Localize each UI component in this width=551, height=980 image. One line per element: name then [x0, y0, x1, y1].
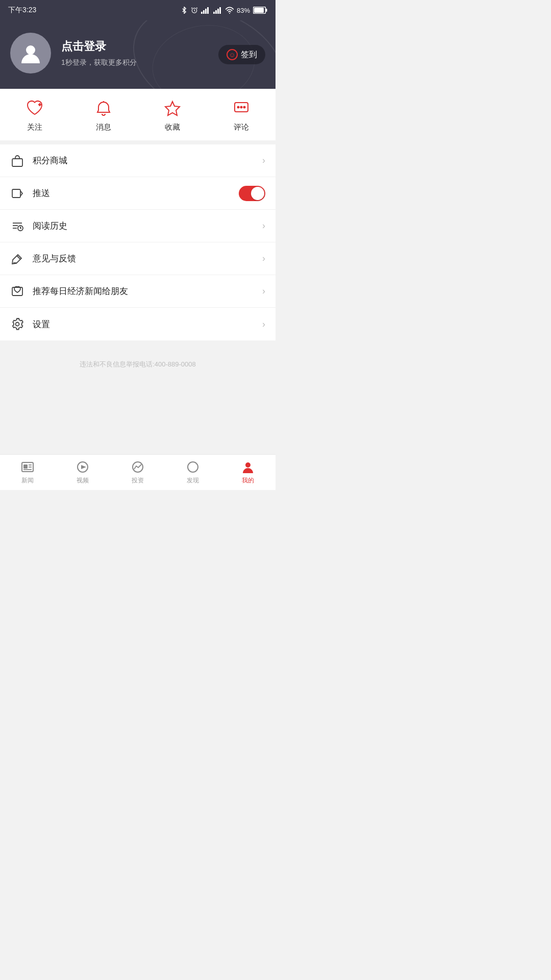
svg-point-15	[26, 45, 35, 55]
svg-marker-43	[191, 465, 195, 469]
signal-icon-1	[201, 7, 210, 14]
collect-label: 收藏	[165, 122, 180, 132]
recommend-label: 推荐每日经济新闻给朋友	[33, 285, 262, 297]
history-label: 阅读历史	[33, 220, 262, 232]
svg-rect-6	[207, 7, 209, 14]
svg-rect-32	[12, 287, 22, 296]
svg-point-33	[16, 323, 19, 326]
svg-marker-19	[165, 102, 180, 115]
status-bar: 下午3:23 83%	[0, 0, 276, 20]
svg-rect-25	[12, 189, 20, 198]
invest-label: 投资	[132, 476, 144, 485]
settings-label: 设置	[33, 318, 262, 330]
menu-item-recommend[interactable]: 推荐每日经济新闻给朋友 ›	[0, 275, 276, 308]
mine-label: 我的	[242, 476, 254, 485]
discover-label: 发现	[187, 476, 199, 485]
gear-icon	[10, 317, 24, 331]
svg-rect-8	[215, 10, 217, 14]
points-mall-label: 积分商城	[33, 155, 262, 166]
svg-point-11	[229, 13, 230, 14]
heart-share-icon	[10, 284, 24, 299]
menu-item-settings[interactable]: 设置 ›	[0, 308, 276, 340]
main-scroll: 点击登录 1秒登录，获取更多积分 ☺ 签到 关注	[0, 20, 276, 454]
nav-news[interactable]: 新闻	[0, 455, 55, 490]
svg-rect-4	[203, 10, 205, 14]
svg-line-1	[191, 8, 192, 9]
svg-rect-9	[217, 9, 219, 14]
feedback-label: 意见与反馈	[33, 253, 262, 264]
svg-line-2	[196, 8, 197, 9]
follow-label: 关注	[27, 122, 42, 132]
edit-icon	[10, 252, 24, 266]
svg-point-21	[237, 107, 239, 108]
status-time: 下午3:23	[8, 6, 36, 15]
profile-header[interactable]: 点击登录 1秒登录，获取更多积分 ☺ 签到	[0, 20, 276, 89]
checkin-label: 签到	[241, 50, 257, 60]
video-icon	[76, 460, 90, 474]
news-icon	[20, 460, 35, 474]
push-toggle[interactable]	[239, 186, 265, 201]
settings-right: ›	[262, 319, 265, 330]
follow-icon	[26, 99, 44, 117]
svg-marker-40	[81, 465, 86, 469]
avatar[interactable]	[10, 33, 51, 74]
svg-rect-14	[254, 8, 264, 13]
menu-item-feedback[interactable]: 意见与反馈 ›	[0, 242, 276, 275]
svg-rect-3	[201, 12, 203, 14]
menu-item-history[interactable]: 阅读历史 ›	[0, 210, 276, 242]
chevron-icon-3: ›	[262, 253, 265, 264]
nav-invest[interactable]: 投资	[110, 455, 165, 490]
svg-rect-13	[266, 9, 267, 12]
quick-action-follow[interactable]: 关注	[0, 99, 69, 132]
bluetooth-icon	[181, 7, 188, 14]
discover-icon	[186, 460, 200, 474]
quick-action-collect[interactable]: 收藏	[138, 99, 207, 132]
checkin-icon: ☺	[227, 49, 238, 60]
svg-rect-35	[23, 464, 28, 469]
svg-point-23	[243, 107, 245, 108]
star-icon	[163, 99, 182, 117]
push-right	[239, 186, 265, 201]
invest-icon	[131, 460, 145, 474]
svg-point-44	[245, 462, 251, 468]
menu-item-push[interactable]: 推送	[0, 177, 276, 210]
push-label: 推送	[33, 187, 239, 199]
bottom-nav: 新闻 视频 投资 发现	[0, 454, 276, 490]
nav-video[interactable]: 视频	[55, 455, 110, 490]
comment-icon	[232, 99, 251, 117]
svg-rect-7	[213, 12, 215, 14]
nav-discover[interactable]: 发现	[165, 455, 220, 490]
status-right: 83%	[181, 7, 267, 14]
nav-mine[interactable]: 我的	[220, 455, 276, 490]
history-icon	[10, 219, 24, 233]
svg-point-42	[188, 462, 198, 472]
chevron-icon-5: ›	[262, 319, 265, 330]
svg-point-22	[240, 107, 242, 108]
quick-action-comment[interactable]: 评论	[207, 99, 276, 132]
checkin-button[interactable]: ☺ 签到	[218, 45, 265, 64]
video-label: 视频	[77, 476, 89, 485]
menu-list: 积分商城 › 推送	[0, 144, 276, 340]
bag-icon	[10, 154, 24, 168]
footer-text: 违法和不良信息举报电话:400-889-0008	[80, 360, 196, 368]
push-icon	[10, 186, 24, 201]
mine-icon	[241, 460, 255, 474]
menu-item-points-mall[interactable]: 积分商城 ›	[0, 144, 276, 177]
toggle-knob	[251, 187, 264, 200]
points-mall-right: ›	[262, 155, 265, 166]
history-right: ›	[262, 220, 265, 231]
battery-icon	[253, 7, 267, 14]
wifi-icon	[226, 7, 234, 14]
chevron-icon-4: ›	[262, 286, 265, 297]
quick-actions: 关注 消息 收藏	[0, 89, 276, 144]
bell-icon	[94, 99, 113, 117]
feedback-right: ›	[262, 253, 265, 264]
news-label: 新闻	[21, 476, 34, 485]
quick-action-message[interactable]: 消息	[69, 99, 138, 132]
chevron-icon-2: ›	[262, 220, 265, 231]
footer-note: 违法和不良信息举报电话:400-889-0008	[0, 345, 276, 379]
svg-rect-24	[12, 159, 22, 166]
svg-rect-10	[219, 7, 221, 14]
avatar-icon	[19, 42, 42, 64]
chevron-icon: ›	[262, 155, 265, 166]
